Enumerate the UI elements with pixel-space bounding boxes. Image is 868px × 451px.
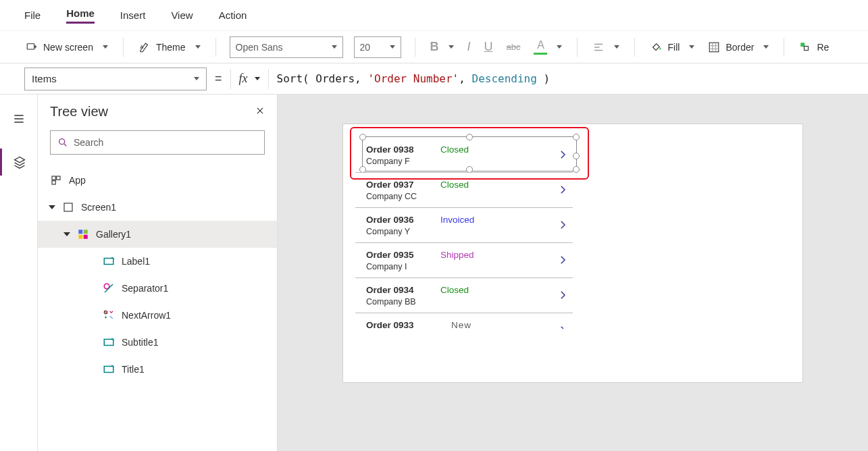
tree-node-label: Label1 <box>122 256 150 267</box>
row-status: Closed <box>440 180 469 190</box>
chevron-right-icon <box>557 219 569 231</box>
expand-icon[interactable] <box>63 232 70 236</box>
rail-tree-view[interactable] <box>0 149 38 176</box>
reorder-button[interactable]: Re <box>798 38 830 56</box>
menu-insert[interactable]: Insert <box>120 9 146 21</box>
align-button[interactable] <box>591 38 621 56</box>
svg-rect-14 <box>104 259 113 265</box>
menu-home[interactable]: Home <box>66 7 95 24</box>
new-screen-button[interactable]: New screen <box>24 38 109 56</box>
row-next-arrow[interactable] <box>557 324 569 338</box>
row-subtitle: Company CC <box>366 192 417 201</box>
align-icon <box>592 41 605 53</box>
formula-input[interactable]: Sort( Orders, 'Order Number', Descending… <box>277 72 844 85</box>
token-str: 'Order Number' <box>367 72 459 85</box>
gallery-control[interactable]: Order 0938 Company F Closed Order 0937 C… <box>355 131 573 348</box>
chevron-down-icon <box>390 45 395 49</box>
home-toolbar: New screen A Theme Open Sans 20 B I U ab… <box>0 31 868 63</box>
menu-file[interactable]: File <box>24 9 41 21</box>
tree-node-label: NextArrow1 <box>122 310 171 321</box>
separator-icon <box>103 282 115 294</box>
row-status: New <box>451 320 471 330</box>
tree-view-header: Tree view <box>38 95 277 126</box>
resize-handle[interactable] <box>573 166 580 173</box>
gallery-row[interactable]: Order 0935 Company I Shipped <box>355 243 573 278</box>
row-status: Closed <box>440 144 469 155</box>
tree-search-input[interactable]: Search <box>50 130 265 155</box>
rail-hamburger[interactable] <box>0 105 38 132</box>
tree-node-label1[interactable]: Label1 <box>38 248 277 275</box>
row-subtitle: Company Y <box>366 227 410 236</box>
bold-button[interactable]: B <box>429 37 455 57</box>
hamburger-icon <box>12 112 26 126</box>
menu-action[interactable]: Action <box>219 9 247 21</box>
italic-button[interactable]: I <box>466 37 472 57</box>
tree-node-app[interactable]: App <box>38 167 277 194</box>
gallery-row[interactable]: Order 0936 Company Y Invoiced <box>355 208 573 243</box>
tree-node-gallery1[interactable]: Gallery1 <box>38 221 277 248</box>
fx-button[interactable]: fx <box>239 72 260 86</box>
row-subtitle: Company F <box>366 157 410 166</box>
theme-label: Theme <box>156 42 186 53</box>
reorder-label: Re <box>817 42 829 53</box>
gallery-row[interactable]: Order 0937 Company CC Closed <box>355 173 573 208</box>
svg-rect-4 <box>805 46 809 50</box>
chevron-right-icon <box>557 184 569 196</box>
toolbar-separator <box>123 38 124 57</box>
app-screen[interactable]: Order 0938 Company F Closed Order 0937 C… <box>343 124 802 382</box>
theme-button[interactable]: A Theme <box>137 38 202 56</box>
font-color-icon: A <box>537 39 544 51</box>
tree-node-screen1[interactable]: Screen1 <box>38 194 277 221</box>
row-title: Order 0934 <box>366 285 414 295</box>
tree-node-title1[interactable]: Title1 <box>38 356 277 383</box>
resize-handle[interactable] <box>573 153 580 159</box>
svg-rect-9 <box>64 203 72 211</box>
toolbar-separator <box>634 38 635 57</box>
design-canvas[interactable]: Order 0938 Company F Closed Order 0937 C… <box>278 95 868 451</box>
gallery-row[interactable]: Order 0938 Company F Closed <box>355 138 573 173</box>
svg-point-5 <box>59 139 65 144</box>
row-next-arrow[interactable] <box>557 184 569 198</box>
strikethrough-button[interactable]: abc <box>505 39 522 55</box>
menu-view[interactable]: View <box>171 9 193 21</box>
property-dropdown[interactable]: Items <box>24 68 207 90</box>
row-next-arrow[interactable] <box>557 149 569 163</box>
screen-plus-icon <box>26 41 38 53</box>
font-family-value: Open Sans <box>236 42 283 53</box>
fill-button[interactable]: Fill <box>648 38 696 56</box>
chevron-down-icon <box>614 45 619 49</box>
chevron-down-icon <box>557 45 562 49</box>
svg-rect-12 <box>78 235 82 239</box>
gallery-row[interactable]: Order 0934 Company BB Closed <box>355 278 573 313</box>
toolbar-separator <box>577 38 578 57</box>
tree-node-nextarrow1[interactable]: NextArrow1 <box>38 302 277 329</box>
underline-button[interactable]: U <box>483 37 494 57</box>
row-subtitle: Company BB <box>366 297 416 307</box>
property-value: Items <box>32 73 57 84</box>
label-icon <box>103 336 115 348</box>
font-family-select[interactable]: Open Sans <box>230 36 343 58</box>
chevron-down-icon <box>255 77 260 80</box>
left-rail <box>0 95 38 451</box>
fx-label: fx <box>239 72 248 86</box>
font-color-button[interactable]: A <box>532 36 563 57</box>
svg-rect-0 <box>27 43 34 49</box>
toolbar-separator <box>215 38 216 57</box>
token-pun: ( <box>303 72 315 85</box>
font-size-select[interactable]: 20 <box>354 36 401 58</box>
chevron-right-icon <box>557 254 569 266</box>
border-button[interactable]: Border <box>707 38 770 56</box>
border-label: Border <box>725 42 754 53</box>
row-next-arrow[interactable] <box>557 254 569 268</box>
row-next-arrow[interactable] <box>557 219 569 233</box>
expand-icon[interactable] <box>49 205 55 209</box>
tree-node-label: App <box>69 175 86 186</box>
resize-handle[interactable] <box>573 134 580 140</box>
gallery-row[interactable]: Order 0933 New <box>355 313 573 348</box>
token-pun: , <box>355 72 367 85</box>
row-next-arrow[interactable] <box>557 289 569 303</box>
close-panel-button[interactable] <box>255 106 265 117</box>
tree-node-separator1[interactable]: Separator1 <box>38 275 277 302</box>
tree-node-subtitle1[interactable]: Subtitle1 <box>38 329 277 356</box>
search-icon <box>57 137 68 148</box>
